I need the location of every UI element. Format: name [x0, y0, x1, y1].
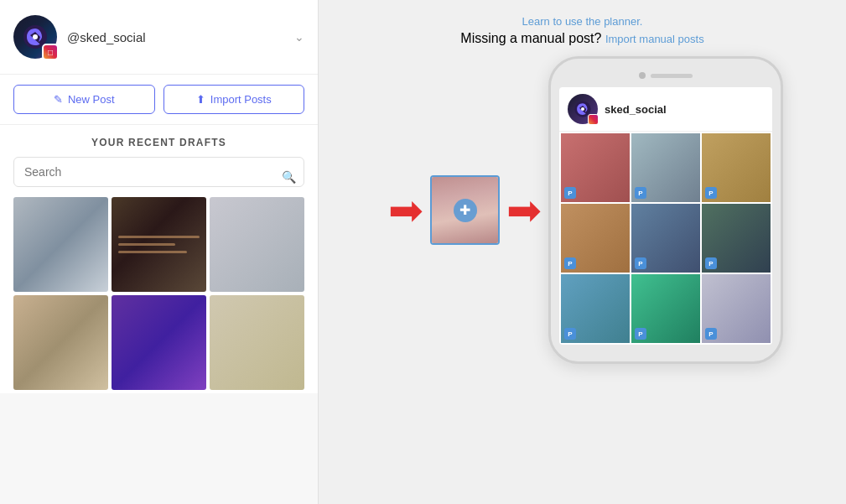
missing-post-text: Missing a manual post? Import manual pos… — [460, 31, 703, 45]
planned-badge-7: P — [564, 328, 576, 340]
drafts-header: YOUR RECENT DRAFTS — [0, 125, 318, 157]
arrow-1-icon: ➡ — [388, 190, 423, 231]
phone-grid: P P P P P P — [559, 132, 772, 345]
planned-badge-5: P — [635, 257, 646, 269]
new-post-button[interactable]: ✎ New Post — [13, 85, 155, 114]
arrow-2-icon: ➡ — [506, 190, 542, 231]
sidebar-spacer — [0, 393, 318, 504]
import-posts-button[interactable]: ⬆ Import Posts — [163, 85, 305, 114]
drag-crosshair-icon: ✚ — [454, 199, 477, 222]
phone-cell-8: P — [631, 274, 700, 343]
planned-badge-3: P — [705, 187, 717, 199]
phone-username: sked_social — [605, 103, 667, 116]
phone-screen: sked_social P P P P — [559, 87, 772, 345]
phone-cell-9: P — [702, 274, 771, 343]
draft-thumb-4[interactable] — [13, 295, 108, 390]
planned-badge-9: P — [705, 328, 717, 340]
chevron-down-icon[interactable]: ⌄ — [294, 30, 304, 44]
planned-badge-6: P — [705, 257, 717, 269]
phone-cell-2: P — [631, 133, 700, 202]
phone-cell-1: P — [561, 133, 630, 202]
phone-ig-badge-icon — [588, 114, 599, 125]
phone-cell-4: P — [561, 204, 630, 273]
planned-badge-1: P — [564, 187, 576, 199]
account-name: @sked_social — [67, 30, 294, 44]
sidebar: □ @sked_social ⌄ ✎ New Post ⬆ Import Pos… — [0, 0, 319, 504]
search-input[interactable] — [13, 157, 304, 187]
phone-mockup: sked_social P P P P — [548, 56, 783, 364]
avatar: □ — [13, 15, 57, 59]
main-content: Learn to use the planner. Missing a manu… — [319, 0, 846, 504]
learn-link[interactable]: Learn to use the planner. — [460, 15, 703, 28]
instagram-badge-icon: □ — [42, 44, 59, 60]
draft-thumb-5[interactable] — [112, 295, 206, 390]
draft-thumb-6[interactable] — [210, 295, 304, 390]
import-icon: ⬆ — [196, 93, 205, 106]
draft-thumb-2[interactable] — [112, 197, 206, 292]
drag-demo: ➡ ✚ ➡ — [381, 56, 783, 364]
phone-cell-5: P — [631, 204, 700, 273]
svg-point-1 — [33, 34, 38, 39]
phone-cell-7: P — [561, 274, 630, 343]
phone-cell-3: P — [702, 133, 771, 202]
phone-speaker — [651, 74, 693, 78]
drag-thumbnail[interactable]: ✚ — [430, 175, 500, 245]
search-container: 🔍 — [0, 157, 318, 197]
import-manual-link[interactable]: Import manual posts — [605, 33, 704, 45]
draft-thumb-1[interactable] — [13, 197, 108, 292]
new-post-label: New Post — [68, 93, 115, 106]
action-buttons: ✎ New Post ⬆ Import Posts — [0, 75, 318, 125]
draft-thumb-3[interactable] — [210, 197, 304, 292]
phone-notch — [559, 72, 772, 79]
planned-badge-4: P — [564, 257, 576, 269]
phone-avatar — [568, 94, 598, 124]
edit-icon: ✎ — [54, 93, 63, 106]
drafts-grid — [0, 197, 318, 390]
planned-badge-2: P — [635, 187, 646, 199]
svg-point-3 — [581, 107, 584, 111]
phone-camera-icon — [639, 72, 646, 79]
planned-badge-8: P — [635, 328, 646, 340]
phone-profile-header: sked_social — [559, 87, 772, 132]
account-row: □ @sked_social ⌄ — [0, 0, 318, 75]
search-icon[interactable]: 🔍 — [282, 170, 296, 184]
import-posts-label: Import Posts — [210, 93, 272, 106]
top-links: Learn to use the planner. Missing a manu… — [460, 15, 703, 46]
phone-cell-6: P — [702, 204, 771, 273]
